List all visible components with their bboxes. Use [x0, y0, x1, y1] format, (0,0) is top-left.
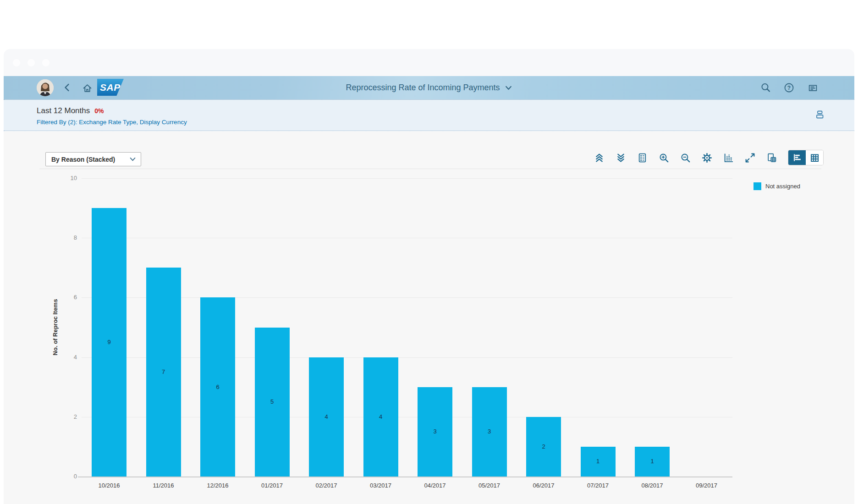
export-table-icon[interactable] [764, 150, 779, 165]
expand-group-icon[interactable] [613, 150, 628, 165]
window-titlebar [4, 49, 854, 76]
chevron-down-icon [129, 156, 136, 163]
chevron-down-icon [505, 84, 512, 92]
window-dot-maximize[interactable] [42, 59, 50, 66]
expand-header-icon[interactable] [813, 108, 826, 121]
period-label: Last 12 Months [37, 106, 90, 115]
bar-11/2016[interactable] [146, 268, 181, 477]
search-icon[interactable] [760, 82, 771, 93]
bar-06/2017[interactable] [526, 417, 561, 477]
app-screen: Reprocessing Rate of Incoming Payments [0, 0, 858, 504]
legend-item[interactable]: Not assigned [754, 182, 800, 190]
kpi-value: 0% [94, 107, 104, 115]
settings-icon[interactable] [699, 150, 715, 165]
notes-icon[interactable] [807, 82, 818, 93]
chart-toolbar [591, 150, 824, 165]
bar-08/2017[interactable] [635, 447, 670, 477]
page-title: Reprocessing Rate of Incoming Payments [346, 83, 500, 93]
app-title-menu[interactable]: Reprocessing Rate of Incoming Payments [4, 76, 854, 99]
user-avatar[interactable] [37, 79, 54, 96]
legend-toggle-icon[interactable] [634, 150, 650, 165]
kpi-header: Last 12 Months 0% Filtered By (2): Excha… [4, 99, 854, 131]
bar-01/2017[interactable] [255, 328, 290, 477]
fullscreen-icon[interactable] [742, 150, 758, 165]
window-dot-minimize[interactable] [28, 59, 35, 66]
bar-04/2017[interactable] [418, 387, 452, 477]
toolbar-divider [39, 169, 821, 169]
home-icon[interactable] [80, 81, 94, 95]
help-icon[interactable]: ? [784, 82, 794, 93]
view-switch [788, 150, 824, 165]
filter-link[interactable]: Filtered By (2): Exchange Rate Type, Dis… [37, 119, 187, 126]
table-view-icon[interactable] [806, 150, 823, 165]
back-icon[interactable] [60, 81, 74, 94]
zoom-out-icon[interactable] [677, 150, 693, 165]
chart-view-icon[interactable] [788, 150, 806, 165]
legend-swatch [754, 182, 761, 190]
drill-down-icon[interactable] [720, 150, 736, 165]
legend-label: Not assigned [765, 183, 800, 190]
chart-view-selector-label: By Reason (Stacked) [51, 156, 115, 163]
svg-text:?: ? [787, 85, 791, 91]
sap-logo-text: SAP [100, 82, 121, 93]
window-dot-close[interactable] [13, 59, 20, 66]
bar-03/2017[interactable] [363, 357, 398, 477]
bar-05/2017[interactable] [472, 387, 507, 477]
shell-header: Reprocessing Rate of Incoming Payments [4, 76, 854, 99]
collapse-group-icon[interactable] [591, 150, 607, 165]
bar-02/2017[interactable] [309, 357, 344, 477]
zoom-in-icon[interactable] [656, 150, 671, 165]
bar-12/2016[interactable] [200, 297, 235, 477]
chart-view-selector[interactable]: By Reason (Stacked) [45, 152, 141, 166]
bar-10/2016[interactable] [92, 208, 126, 477]
bar-07/2017[interactable] [581, 447, 616, 477]
